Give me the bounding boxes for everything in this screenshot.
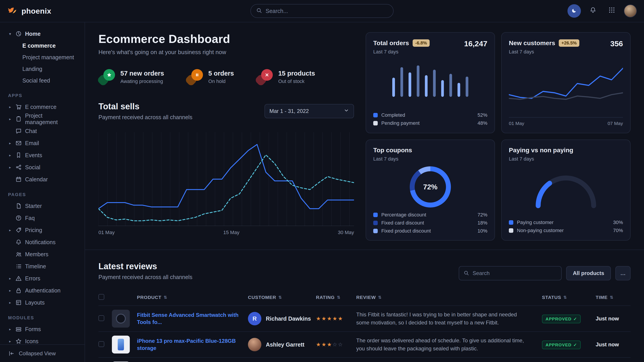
checkbox-cell <box>98 341 112 349</box>
status-label: APPROVED <box>546 317 572 322</box>
review-text: This Fitbit is fantastic! I was trying t… <box>356 311 542 327</box>
caret-right-icon: ▸ <box>8 117 12 121</box>
sidebar-item-e-commerce[interactable]: E commerce <box>16 40 79 51</box>
sidebar-item-label: Members <box>25 251 48 258</box>
collapsed-view-label: Collapsed View <box>19 350 56 357</box>
column-header-rating[interactable]: RATING⇅ <box>316 295 356 300</box>
latest-reviews-subtitle: Payment received across all channels <box>98 274 192 280</box>
sidebar-item-events[interactable]: ▸Events <box>5 149 79 161</box>
reviews-search[interactable] <box>459 266 562 280</box>
sidebar-item-label: Authentication <box>25 287 60 294</box>
product-link[interactable]: Fitbit Sense Advanced Smartwatch with To… <box>137 312 248 326</box>
collapsed-view-toggle[interactable]: Collapsed View <box>0 344 84 362</box>
product-link[interactable]: iPhone 13 pro max-Pacific Blue-128GB sto… <box>137 338 248 352</box>
column-header-customer[interactable]: CUSTOMER⇅ <box>248 295 316 300</box>
column-header-review[interactable]: REVIEW⇅ <box>356 295 542 300</box>
sidebar-item-chat[interactable]: Chat <box>5 125 79 137</box>
warning-icon <box>15 275 22 282</box>
sidebar-item-pricing[interactable]: ▸Pricing <box>5 224 79 236</box>
sort-icon: ⇅ <box>610 295 613 300</box>
sidebar-item-landing[interactable]: Landing <box>16 63 79 75</box>
sidebar-item-label: Project management <box>25 112 76 125</box>
sidebar-item-icons[interactable]: ▸Icons <box>5 335 79 344</box>
apps-menu-button[interactable] <box>605 4 618 18</box>
caret-right-icon: ▸ <box>8 153 12 157</box>
column-header-time[interactable]: TIME⇅ <box>596 295 630 300</box>
sidebar-item-forms[interactable]: ▸Forms <box>5 323 79 335</box>
row-checkbox[interactable] <box>98 294 104 300</box>
bell-icon <box>590 7 596 15</box>
list-icon <box>15 263 22 270</box>
column-header-product[interactable]: PRODUCT⇅ <box>137 295 248 300</box>
legend-item: Fixed product discount10% <box>373 228 487 234</box>
sidebar-item-errors[interactable]: ▸Errors <box>5 272 79 284</box>
sidebar-item-authentication[interactable]: ▸Authentication <box>5 284 79 297</box>
column-label: PRODUCT <box>137 295 161 300</box>
more-options-button[interactable]: … <box>615 266 630 280</box>
sidebar-item-social[interactable]: ▸Social <box>5 161 79 173</box>
row-checkbox[interactable] <box>98 341 104 347</box>
review-text: The order was delivered ahead of schedul… <box>356 337 542 353</box>
sort-icon: ⇅ <box>278 295 282 300</box>
ecommerce-dashboard-main: Ecommerce Dashboard Here's what's going … <box>85 22 644 362</box>
total-sells-subtitle: Payment received across all channels <box>98 114 192 120</box>
dark-mode-toggle[interactable] <box>568 4 581 18</box>
sidebar-item-project-management[interactable]: ▸Project management <box>5 113 79 125</box>
table-row: Fitbit Sense Advanced Smartwatch with To… <box>98 306 630 331</box>
dashboard-left-column: Ecommerce Dashboard Here's what's going … <box>98 32 354 241</box>
sidebar-item-faq[interactable]: Faq <box>5 212 79 224</box>
reviews-search-input[interactable] <box>472 270 557 276</box>
delta-badge: +26.5% <box>559 39 579 47</box>
reviews-table: PRODUCT⇅CUSTOMER⇅RATING⇅REVIEW⇅STATUS⇅TI… <box>98 289 630 362</box>
sidebar-item-calendar[interactable]: Calendar <box>5 173 79 185</box>
legend-label: Fixed card discount <box>381 220 424 226</box>
caret-right-icon: ▸ <box>8 327 12 331</box>
sidebar-item-starter[interactable]: Starter <box>5 200 79 212</box>
legend-value: 18% <box>478 220 487 226</box>
sort-icon: ⇅ <box>164 295 167 300</box>
card-period: Last 7 days <box>509 156 573 162</box>
user-avatar[interactable] <box>624 4 637 17</box>
empty-stars: ☆☆ <box>332 342 344 348</box>
stat-caption: On hold <box>208 78 234 84</box>
doc-icon <box>15 203 22 209</box>
sidebar-item-notifications[interactable]: Notifications <box>5 236 79 248</box>
sidebar-item-project-management[interactable]: Project management <box>16 51 79 63</box>
column-header-status[interactable]: STATUS⇅ <box>542 295 596 300</box>
sidebar-item-timeline[interactable]: Timeline <box>5 260 79 272</box>
sidebar-item-layouts[interactable]: ▸Layouts <box>5 297 79 309</box>
brand[interactable]: phoenix <box>7 5 51 17</box>
customer-name: Ashley Garrett <box>266 342 304 348</box>
global-search[interactable] <box>250 4 394 18</box>
sidebar-item-label: Notifications <box>25 239 56 246</box>
sidebar-item-home[interactable]: ▾Home <box>5 28 79 40</box>
new-customers-chart <box>509 59 623 114</box>
sidebar-item-email[interactable]: ▸Email <box>5 137 79 149</box>
legend-item: Percentage discount72% <box>373 212 487 218</box>
sidebar-item-e-commerce[interactable]: ▸E commerce <box>5 101 79 113</box>
bookmark-icon <box>15 152 22 159</box>
card-title: Total orders <box>373 39 409 47</box>
bell-icon <box>15 239 22 246</box>
sidebar-section-label: PAGES <box>8 192 76 197</box>
sidebar-item-label: Pricing <box>25 227 42 233</box>
app-root: phoenix ▾HomeE commerceProject managemen… <box>0 0 644 362</box>
table-row <box>98 357 630 362</box>
sidebar-item-social-feed[interactable]: Social feed <box>16 75 79 86</box>
legend-value: 52% <box>478 112 487 118</box>
legend-label: Percentage discount <box>381 212 426 218</box>
legend-item: Fixed card discount18% <box>373 220 487 226</box>
column-label: CUSTOMER <box>248 295 276 300</box>
all-products-button[interactable]: All products <box>566 266 611 280</box>
notifications-button[interactable] <box>586 4 600 18</box>
navbar-actions <box>568 4 637 18</box>
sidebar-section-label: MODULES <box>8 315 76 321</box>
row-checkbox[interactable] <box>98 315 104 321</box>
legend-label: Completed <box>381 112 405 118</box>
date-range-select[interactable]: Mar 1 - 31, 2022 <box>264 104 354 118</box>
pause-icon <box>186 69 203 85</box>
global-search-input[interactable] <box>266 8 388 14</box>
sidebar-item-label: Faq <box>25 215 35 221</box>
users-icon <box>15 251 22 258</box>
sidebar-item-members[interactable]: Members <box>5 248 79 260</box>
